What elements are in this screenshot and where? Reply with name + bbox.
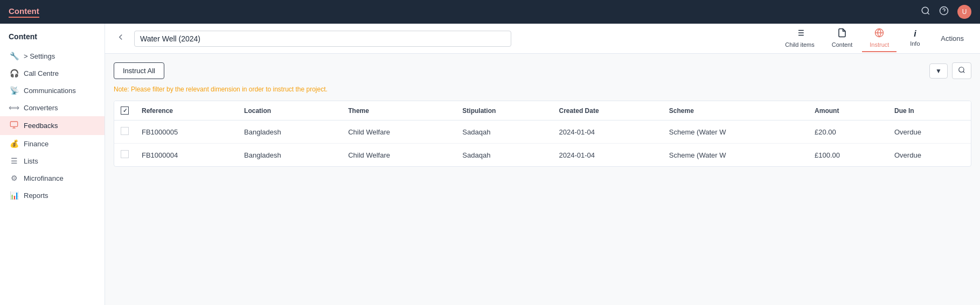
cell-scheme: Scheme (Water W (663, 120, 808, 144)
cell-location: Bangladesh (238, 144, 342, 167)
row-checkbox[interactable] (121, 150, 129, 158)
info-icon: i (914, 29, 916, 39)
content-body: Instruct All ▼ Note: Please filter by th… (105, 54, 980, 305)
sidebar-label-feedbacks: Feedbacks (24, 122, 58, 130)
cell-reference: FB1000004 (135, 144, 238, 167)
tab-group: Child items Content Instruct i Info (777, 25, 971, 52)
col-theme: Theme (342, 101, 456, 120)
actions-button[interactable]: Actions (933, 31, 971, 46)
svg-line-1 (927, 12, 929, 14)
microfinance-icon: ⚙ (9, 174, 19, 182)
instruct-all-button[interactable]: Instruct All (114, 62, 164, 79)
toolbar: Instruct All ▼ (114, 62, 971, 79)
checkbox-header-cell: ✓ (114, 101, 135, 120)
cell-reference: FB1000005 (135, 120, 238, 144)
cell-scheme: Scheme (Water W (663, 144, 808, 167)
search-table-button[interactable] (952, 62, 971, 79)
table-row: FB1000005 Bangladesh Child Welfare Sadaq… (114, 120, 971, 144)
filter-icon: ▼ (935, 67, 942, 75)
cell-theme: Child Welfare (342, 120, 456, 144)
cell-location: Bangladesh (238, 120, 342, 144)
sidebar-item-finance[interactable]: 💰 Finance (0, 135, 105, 152)
note-text: Note: Please filter by the relevant dime… (114, 86, 971, 93)
app-title: Content (9, 6, 39, 18)
col-due-in: Due In (888, 101, 971, 120)
sidebar-label-microfinance: Microfinance (24, 174, 64, 182)
select-all-checkbox[interactable]: ✓ (121, 107, 129, 115)
instruct-icon (874, 28, 884, 40)
sidebar-header: Content (0, 30, 105, 47)
table-row: FB1000004 Bangladesh Child Welfare Sadaq… (114, 144, 971, 167)
row-checkbox-cell (114, 120, 135, 144)
top-nav: Content U (0, 0, 980, 24)
cell-stipulation: Sadaqah (456, 120, 552, 144)
avatar[interactable]: U (957, 5, 971, 19)
content-header: Child items Content Instruct i Info (105, 24, 980, 54)
tab-instruct[interactable]: Instruct (862, 25, 896, 52)
col-reference: Reference (135, 101, 238, 120)
cell-created-date: 2024-01-04 (553, 120, 663, 144)
back-button[interactable] (114, 30, 128, 47)
sidebar-item-communications[interactable]: 📡 Communications (0, 82, 105, 99)
cell-stipulation: Sadaqah (456, 144, 552, 167)
data-table: ✓ Reference Location Theme Stipulation C… (114, 101, 971, 167)
sidebar-label-lists: Lists (24, 157, 38, 165)
top-nav-icons: U (921, 5, 971, 19)
sidebar-label-call-centre: Call Centre (24, 69, 59, 77)
sidebar-label-settings: > Settings (24, 52, 55, 60)
col-created-date: Created Date (553, 101, 663, 120)
main-area: Child items Content Instruct i Info (105, 24, 980, 305)
cell-created-date: 2024-01-04 (553, 144, 663, 167)
col-stipulation: Stipulation (456, 101, 552, 120)
svg-point-0 (922, 7, 928, 13)
tab-instruct-label: Instruct (870, 41, 889, 48)
converters-icon: ⟺ (9, 103, 19, 112)
reports-icon: 📊 (9, 191, 19, 200)
lists-icon: ☰ (9, 157, 19, 165)
filter-button[interactable]: ▼ (929, 63, 948, 79)
row-checkbox-cell (114, 144, 135, 167)
settings-icon: 🔧 (9, 52, 19, 60)
child-items-icon (795, 28, 805, 40)
tab-info-label: Info (910, 40, 920, 47)
finance-icon: 💰 (9, 139, 19, 148)
sidebar-item-lists[interactable]: ☰ Lists (0, 152, 105, 169)
help-icon[interactable] (939, 6, 949, 18)
communications-icon: 📡 (9, 86, 19, 95)
sidebar-item-feedbacks[interactable]: Feedbacks (0, 116, 105, 135)
sidebar: Content 🔧 > Settings 🎧 Call Centre 📡 Com… (0, 24, 105, 305)
content-tab-icon (837, 28, 847, 40)
cell-due-in: Overdue (888, 120, 971, 144)
feedbacks-icon (9, 120, 19, 131)
call-centre-icon: 🎧 (9, 69, 19, 77)
cell-amount: £20.00 (808, 120, 888, 144)
cell-theme: Child Welfare (342, 144, 456, 167)
sidebar-label-communications: Communications (24, 87, 76, 95)
sidebar-item-converters[interactable]: ⟺ Converters (0, 99, 105, 116)
tab-child-items-label: Child items (785, 41, 814, 48)
page-title-input[interactable] (134, 31, 511, 47)
row-checkbox[interactable] (121, 127, 129, 135)
tab-content[interactable]: Content (824, 25, 860, 52)
search-table-icon (958, 67, 965, 75)
sidebar-label-finance: Finance (24, 140, 48, 148)
search-icon[interactable] (921, 6, 930, 18)
sidebar-item-reports[interactable]: 📊 Reports (0, 187, 105, 204)
sidebar-item-settings[interactable]: 🔧 > Settings (0, 47, 105, 65)
tab-info[interactable]: i Info (899, 26, 931, 51)
sidebar-label-reports: Reports (24, 191, 48, 200)
col-location: Location (238, 101, 342, 120)
cell-due-in: Overdue (888, 144, 971, 167)
col-scheme: Scheme (663, 101, 808, 120)
layout: Content 🔧 > Settings 🎧 Call Centre 📡 Com… (0, 24, 980, 305)
tab-child-items[interactable]: Child items (777, 25, 822, 52)
cell-amount: £100.00 (808, 144, 888, 167)
sidebar-label-converters: Converters (24, 104, 58, 112)
col-amount: Amount (808, 101, 888, 120)
tab-content-label: Content (832, 41, 853, 48)
sidebar-item-microfinance[interactable]: ⚙ Microfinance (0, 169, 105, 187)
svg-point-15 (959, 67, 964, 72)
svg-rect-4 (10, 122, 17, 126)
sidebar-item-call-centre[interactable]: 🎧 Call Centre (0, 65, 105, 82)
svg-line-16 (963, 72, 965, 73)
